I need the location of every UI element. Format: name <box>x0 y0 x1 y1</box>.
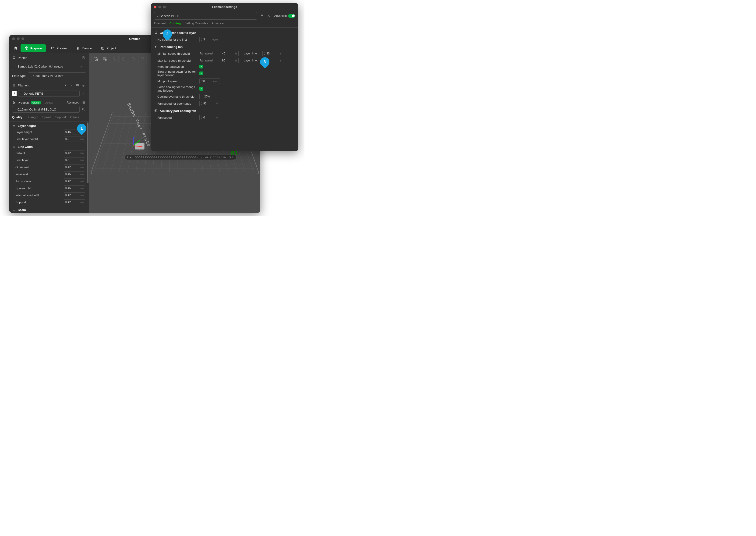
keep-fan-on-checkbox[interactable]: ✓ <box>199 65 203 68</box>
scrollbar-thumb[interactable] <box>87 122 88 183</box>
process-subtabs: Quality Strength Speed Support Others <box>9 114 89 121</box>
fs-save-button[interactable] <box>259 13 265 18</box>
fan-icon <box>154 45 158 49</box>
tab-prepare[interactable]: Prepare <box>20 45 46 52</box>
axis-z <box>133 137 134 146</box>
axis-gizmo[interactable] <box>133 134 144 146</box>
plate-decoration <box>135 156 198 158</box>
overhang-threshold-select[interactable]: ⌄25% <box>199 94 220 99</box>
plate-type-select[interactable]: ⌄Cool Plate / PLA Plate <box>28 72 86 79</box>
printer-edit-button[interactable] <box>79 64 84 69</box>
seam-icon <box>12 208 16 212</box>
edit-icon <box>82 92 85 95</box>
home-button[interactable] <box>12 45 19 52</box>
min-print-speed-input[interactable]: 20mm/s <box>199 78 220 84</box>
lw-solid-input[interactable]: 0.42mm <box>64 192 85 198</box>
tab-preview[interactable]: Preview <box>47 45 72 52</box>
subtab-strength[interactable]: Strength <box>27 116 38 121</box>
search-icon <box>82 108 85 111</box>
max-fan-speed-input[interactable]: ▲▼90% <box>218 58 238 63</box>
overhang-fan-speed-input[interactable]: ▲▼90% <box>199 101 220 106</box>
group-line-width: Line width <box>9 143 89 150</box>
process-global-pill[interactable]: Global <box>31 101 41 104</box>
svg-point-6 <box>13 84 15 86</box>
lw-sparse-input[interactable]: 0.45mm <box>64 185 85 191</box>
filament-add-button[interactable]: ＋ <box>63 83 68 88</box>
lw-first-input[interactable]: 0.5mm <box>64 157 85 163</box>
subtab-others[interactable]: Others <box>70 116 79 121</box>
svg-point-11 <box>83 85 84 86</box>
svg-point-9 <box>77 85 77 85</box>
min-layer-time-input[interactable]: ▲▼30s <box>263 51 283 56</box>
process-objects-pill[interactable]: Objects <box>43 101 55 104</box>
thermometer-icon <box>154 31 158 35</box>
fs-group-aux-fan: Auxiliary part cooling fan <box>154 107 295 114</box>
subtab-quality[interactable]: Quality <box>12 116 22 121</box>
min-fan-speed-input[interactable]: ▲▼40% <box>218 51 238 56</box>
process-settings-scroll[interactable]: Layer height Layer height0.16mm First la… <box>9 121 89 213</box>
filament-edit-button[interactable] <box>81 91 86 96</box>
svg-rect-0 <box>77 47 78 48</box>
lw-outer-input[interactable]: 0.42mm <box>64 164 85 170</box>
tab-project[interactable]: Project <box>97 45 120 52</box>
preset-search-button[interactable] <box>81 107 86 112</box>
fs-title: Filament settings <box>151 3 299 11</box>
filament-sync-button[interactable] <box>75 83 80 88</box>
fs-tab-filament[interactable]: Filament <box>154 21 166 27</box>
fs-tab-advanced[interactable]: Advanced <box>212 21 225 27</box>
filament-color-swatch[interactable]: 1 <box>12 91 17 96</box>
plate-type-row: Plate type ⌄Cool Plate / PLA Plate <box>9 72 89 81</box>
process-preset-select[interactable]: ⌄0.16mm Optimal @BBL X1C <box>12 106 79 113</box>
ams-icon <box>76 84 79 87</box>
aux-fan-speed-input[interactable]: ▲▼0% <box>199 115 220 120</box>
fs-tab-overrides[interactable]: Setting Overrides <box>184 21 208 27</box>
process-section-header: Process Global Objects Advanced <box>9 99 89 106</box>
cube-icon <box>25 46 28 50</box>
printer-settings-button[interactable] <box>81 55 86 60</box>
chevron-down-icon: ⌄ <box>30 75 32 77</box>
svg-rect-1 <box>79 47 80 48</box>
chevron-down-icon: ⌄ <box>14 108 16 111</box>
fs-header: ⌄Generic PETG Advanced <box>151 11 299 21</box>
fs-search-button[interactable] <box>267 13 272 18</box>
printer-select[interactable]: ⌄Bambu Lab X1 Carbon 0.4 nozzle <box>12 63 86 70</box>
subtab-support[interactable]: Support <box>55 116 66 121</box>
preview-icon <box>51 46 55 50</box>
layers-icon <box>12 124 16 128</box>
first-layer-height-input[interactable]: 0.2mm <box>64 136 85 142</box>
svg-rect-2 <box>77 49 78 49</box>
filament-settings-button[interactable] <box>81 83 86 88</box>
force-cooling-checkbox[interactable]: ✓ <box>199 87 203 91</box>
save-icon <box>260 14 264 17</box>
svg-point-5 <box>83 57 84 58</box>
printer-icon <box>12 56 16 60</box>
lw-top-input[interactable]: 0.42mm <box>64 178 85 184</box>
svg-point-10 <box>78 85 78 85</box>
filament-select[interactable]: ⌄Generic PETG <box>18 90 79 97</box>
lw-support-input[interactable]: 0.42mm <box>64 199 85 205</box>
no-cooling-layers-input[interactable]: ▲▼3layers <box>199 37 220 42</box>
slow-printing-checkbox[interactable]: ✓ <box>199 72 203 75</box>
tab-device[interactable]: Device <box>73 45 96 52</box>
svg-point-25 <box>156 47 156 47</box>
process-advanced-toggle[interactable]: Advanced <box>67 101 79 104</box>
project-icon <box>101 46 105 50</box>
line-width-icon <box>12 145 16 149</box>
plate-info-bar: PLA ✦ GLUE STICK CAN HELP. <box>124 155 236 160</box>
process-more-button[interactable] <box>81 100 86 105</box>
lw-inner-input[interactable]: 0.45mm <box>64 171 85 177</box>
fs-group-specific-layer: Cooling for specific layer <box>154 29 295 36</box>
fs-advanced-toggle[interactable]: Advanced <box>274 14 295 18</box>
fs-preset-select[interactable]: ⌄Generic PETG <box>154 12 257 19</box>
glue-icon: ✦ <box>200 156 203 158</box>
fs-tab-cooling[interactable]: Cooling <box>170 21 181 27</box>
filament-remove-button[interactable]: － <box>69 83 74 88</box>
filament-section-header: Filament ＋ － <box>9 81 89 90</box>
settings-sidebar: Printer ⌄Bambu Lab X1 Carbon 0.4 nozzle … <box>9 53 89 213</box>
edit-icon <box>80 65 83 68</box>
svg-rect-16 <box>13 209 15 211</box>
svg-point-26 <box>155 110 157 112</box>
subtab-speed[interactable]: Speed <box>42 116 51 121</box>
lw-default-input[interactable]: 0.42mm <box>64 150 85 156</box>
svg-point-14 <box>14 103 14 104</box>
